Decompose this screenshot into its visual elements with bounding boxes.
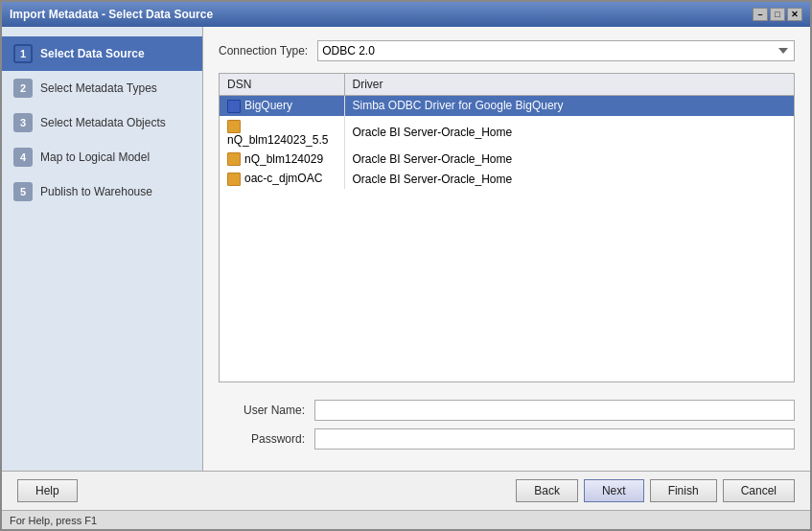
sidebar-item-select-metadata-types[interactable]: 2 Select Metadata Types — [2, 71, 202, 105]
back-button[interactable]: Back — [516, 479, 578, 502]
help-button[interactable]: Help — [17, 479, 78, 502]
close-button[interactable]: ✕ — [787, 8, 802, 21]
sidebar-label-4: Map to Logical Model — [40, 150, 150, 164]
dsn-cell: nQ_blm124023_5.5 — [220, 116, 344, 150]
table-row[interactable]: nQ_blm124029 Oracle BI Server-Oracle_Hom… — [220, 150, 794, 170]
next-button[interactable]: Next — [584, 479, 644, 502]
step-badge-4: 4 — [13, 148, 33, 167]
footer-bar: Help Back Next Finish Cancel — [2, 471, 810, 510]
window-title: Import Metadata - Select Data Source — [10, 8, 213, 21]
sidebar-label-5: Publish to Warehouse — [40, 185, 152, 198]
dsn-cell: BigQuery — [220, 96, 344, 116]
finish-button[interactable]: Finish — [650, 479, 717, 502]
dsn-icon — [227, 120, 241, 133]
table-row[interactable]: BigQuery Simba ODBC Driver for Google Bi… — [220, 96, 794, 116]
connection-type-select[interactable]: ODBC 2.0 — [317, 40, 795, 61]
sidebar-item-map-to-logical-model[interactable]: 4 Map to Logical Model — [2, 140, 202, 174]
table-row[interactable]: oac-c_djmOAC Oracle BI Server-Oracle_Hom… — [220, 169, 794, 189]
table-row[interactable]: nQ_blm124023_5.5 Oracle BI Server-Oracle… — [220, 116, 794, 150]
step-badge-3: 3 — [13, 113, 33, 132]
sidebar: 1 Select Data Source 2 Select Metadata T… — [2, 27, 203, 471]
title-bar: Import Metadata - Select Data Source – □… — [2, 2, 810, 27]
content-area: Connection Type: ODBC 2.0 DSN Driver — [203, 27, 810, 471]
status-text: For Help, press F1 — [10, 515, 97, 526]
driver-cell: Oracle BI Server-Oracle_Home — [344, 150, 794, 170]
footer-right: Back Next Finish Cancel — [516, 479, 795, 502]
col-header-dsn: DSN — [220, 74, 344, 96]
step-badge-5: 5 — [13, 182, 33, 201]
maximize-button[interactable]: □ — [770, 8, 785, 21]
sidebar-item-publish-to-warehouse[interactable]: 5 Publish to Warehouse — [2, 174, 202, 209]
password-row: Password: — [219, 428, 795, 450]
dsn-icon — [227, 173, 241, 186]
connection-type-label: Connection Type: — [219, 44, 308, 58]
driver-cell: Oracle BI Server-Oracle_Home — [344, 116, 794, 150]
dsn-cell: nQ_blm124029 — [220, 150, 344, 170]
title-bar-buttons: – □ ✕ — [753, 8, 802, 21]
username-input[interactable] — [314, 400, 795, 421]
minimize-button[interactable]: – — [753, 8, 768, 21]
main-content: 1 Select Data Source 2 Select Metadata T… — [2, 27, 810, 471]
credentials-section: User Name: Password: — [219, 400, 795, 457]
password-input[interactable] — [314, 428, 795, 450]
status-bar: For Help, press F1 — [2, 510, 810, 529]
cancel-button[interactable]: Cancel — [723, 479, 795, 502]
driver-cell: Simba ODBC Driver for Google BigQuery — [344, 96, 794, 116]
dsn-icon — [227, 152, 241, 166]
username-label: User Name: — [219, 404, 305, 417]
connection-type-row: Connection Type: ODBC 2.0 — [219, 40, 795, 61]
password-label: Password: — [219, 432, 305, 446]
step-badge-2: 2 — [13, 79, 33, 98]
sidebar-label-3: Select Metadata Objects — [40, 116, 166, 129]
sidebar-item-select-metadata-objects[interactable]: 3 Select Metadata Objects — [2, 105, 202, 140]
dsn-cell: oac-c_djmOAC — [220, 169, 344, 189]
main-window: Import Metadata - Select Data Source – □… — [0, 0, 812, 531]
dsn-table[interactable]: DSN Driver BigQuery Simba ODBC Driver fo… — [219, 73, 795, 382]
step-badge-1: 1 — [13, 44, 33, 63]
sidebar-label-1: Select Data Source — [40, 47, 145, 60]
col-header-driver: Driver — [344, 74, 794, 96]
username-row: User Name: — [219, 400, 795, 421]
footer-left: Help — [17, 479, 78, 502]
dsn-icon — [227, 100, 241, 113]
driver-cell: Oracle BI Server-Oracle_Home — [344, 169, 794, 189]
sidebar-item-select-data-source[interactable]: 1 Select Data Source — [2, 36, 202, 71]
sidebar-label-2: Select Metadata Types — [40, 81, 157, 95]
